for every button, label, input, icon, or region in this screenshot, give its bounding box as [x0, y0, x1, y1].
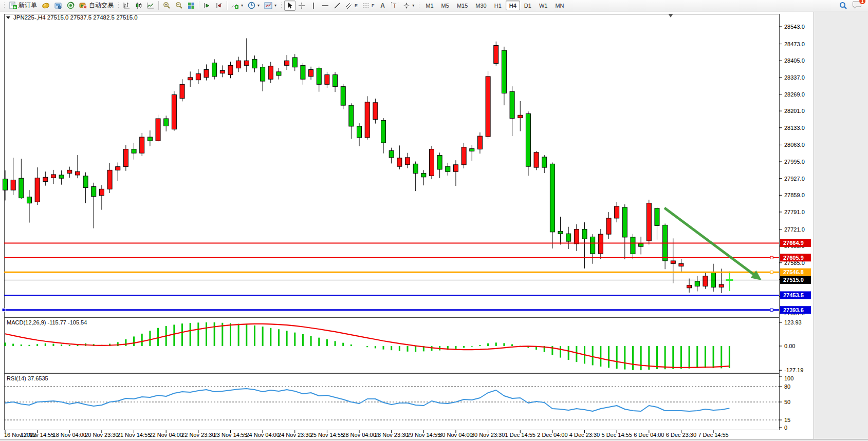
candle-body: [437, 156, 442, 169]
candle-body: [252, 59, 257, 68]
price-tick-label: 27995.0: [784, 159, 805, 165]
arrows-tool-button[interactable]: ▾: [401, 1, 416, 11]
timeframe-button-m5[interactable]: M5: [438, 1, 453, 10]
toolbar-grip: [3, 2, 6, 10]
vertical-line-icon: [311, 2, 316, 9]
chart-window[interactable]: 28543.028473.028405.028337.028269.028201…: [0, 12, 868, 441]
rsi-tick-label: 0: [784, 425, 787, 431]
macd-tick-label: -127.19: [784, 367, 803, 373]
candle-body: [695, 281, 699, 286]
template-icon: [264, 2, 272, 9]
strategy-tester-button[interactable]: [65, 1, 77, 11]
tile-windows-icon: [188, 2, 195, 9]
search-button[interactable]: [837, 1, 849, 11]
notifications-button[interactable]: 1: [853, 1, 862, 10]
ohlc-info-line: JPN225-,H4 27515.0 27537.5 27482.5 27515…: [13, 14, 138, 21]
line-drag-handle[interactable]: [2, 309, 5, 312]
candle-body: [132, 149, 136, 154]
time-tick-label: 17 Nov 14:55: [21, 432, 54, 438]
price-line-label: 27515.0: [780, 276, 811, 284]
time-tick-label: 24 Nov 04:00: [246, 432, 279, 438]
trendline-tool-button[interactable]: [331, 1, 343, 11]
candle-body: [317, 68, 321, 85]
line-chart-mode-button[interactable]: [145, 1, 156, 11]
candle-body: [11, 180, 15, 190]
timeframe-button-m15[interactable]: M15: [453, 1, 471, 10]
clock-icon: [248, 2, 255, 9]
indicators-button[interactable]: ▾: [229, 1, 245, 11]
candle-body: [19, 178, 24, 198]
candle-body: [333, 75, 338, 87]
zoom-out-button[interactable]: [173, 1, 185, 11]
auto-scroll-button[interactable]: [201, 1, 213, 11]
chart-shift-icon: [215, 2, 223, 9]
timeframe-button-h4[interactable]: H4: [506, 1, 520, 10]
timeframe-button-d1[interactable]: D1: [521, 1, 535, 10]
timeframe-button-h1[interactable]: H1: [491, 1, 505, 10]
price-tick-label: 27927.0: [784, 176, 805, 182]
horizontal-line-tool-button[interactable]: [320, 1, 331, 11]
market-watch-button[interactable]: [40, 1, 52, 11]
time-tick-label: 30 Nov 04:00: [439, 432, 472, 438]
data-window-button[interactable]: [52, 1, 64, 11]
price-line-label: 27453.5: [780, 291, 811, 299]
auto-trading-button[interactable]: 自动交易: [77, 1, 116, 11]
tile-windows-button[interactable]: [186, 1, 197, 11]
candle-body: [558, 231, 563, 234]
rsi-tick-label: 100: [784, 375, 793, 381]
indicators-icon: [231, 2, 239, 9]
time-tick-label: 28 Nov 23:30: [375, 432, 408, 438]
rsi-tick-label: 50: [784, 399, 790, 405]
fibonacci-tool-button[interactable]: F: [360, 1, 377, 11]
time-tick-label: 6 Dec 04:00: [634, 432, 664, 438]
candle-body: [35, 178, 40, 202]
line-drag-handle[interactable]: [770, 271, 773, 274]
price-tick-label: 28405.0: [784, 57, 805, 64]
chart-shift-button[interactable]: [213, 1, 225, 11]
candle-body: [622, 207, 627, 237]
candle-body: [212, 63, 217, 76]
new-order-label: 新订单: [19, 1, 37, 10]
text-tool-button[interactable]: A: [377, 1, 389, 11]
candle-body: [477, 136, 482, 149]
channel-tool-button[interactable]: E: [343, 1, 360, 11]
text-tool-label: A: [380, 2, 385, 9]
time-axis[interactable]: 16 Nov 202217 Nov 14:5518 Nov 04:0020 No…: [4, 430, 729, 438]
price-line-label-text: 27515.0: [783, 277, 804, 283]
chart-background: [0, 12, 814, 439]
candle-body: [261, 67, 265, 81]
price-tick-label: 28269.0: [784, 91, 805, 98]
zoom-in-button[interactable]: [161, 1, 173, 11]
crosshair-tool-button[interactable]: [296, 1, 307, 11]
rsi-tick-label: 80: [784, 384, 790, 390]
rsi-tick-label: 15: [784, 417, 790, 423]
timeframe-button-m1[interactable]: M1: [422, 1, 437, 10]
templates-button[interactable]: ▾: [262, 1, 279, 11]
time-tick-label: 23 Nov 14:55: [214, 432, 247, 438]
main-toolbar: 新订单 自动交易 ▾ ▾: [0, 0, 868, 11]
candle-body: [526, 113, 530, 166]
line-drag-handle[interactable]: [770, 309, 773, 311]
candlestick-mode-button[interactable]: [133, 1, 144, 11]
candle-body: [582, 229, 587, 239]
toolbar-separator: [227, 1, 227, 10]
line-drag-handle[interactable]: [770, 256, 773, 259]
price-tick-label: 27791.0: [784, 209, 805, 215]
text-label-tool-button[interactable]: T: [389, 1, 401, 11]
vertical-line-tool-button[interactable]: [308, 1, 319, 11]
toolbar-grip: [418, 2, 420, 10]
cursor-icon: [287, 2, 293, 9]
cursor-tool-button[interactable]: [284, 1, 296, 11]
candle-body: [550, 164, 555, 232]
zoom-out-icon: [175, 2, 183, 9]
timeframe-button-w1[interactable]: W1: [535, 1, 551, 10]
time-tick-label: 22 Nov 04:00: [149, 432, 182, 438]
price-tick-label: 27859.0: [784, 192, 805, 198]
new-order-button[interactable]: 新订单: [7, 1, 39, 11]
timeframe-button-mn[interactable]: MN: [551, 1, 567, 10]
price-line-label: 27664.9: [780, 239, 811, 247]
bar-chart-mode-button[interactable]: [121, 1, 133, 11]
periods-button[interactable]: ▾: [246, 1, 262, 11]
timeframe-button-m30[interactable]: M30: [472, 1, 490, 10]
candle-body: [67, 170, 72, 173]
